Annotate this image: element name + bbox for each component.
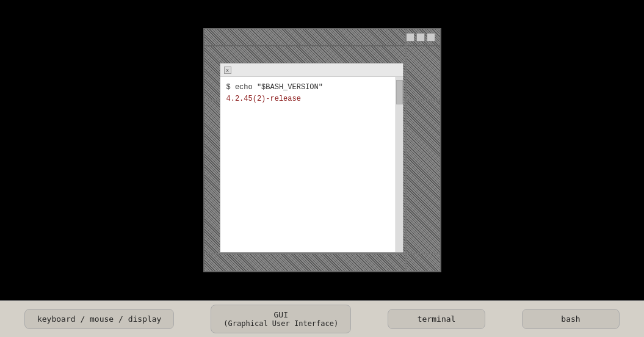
titlebar-btn-2[interactable]	[416, 33, 425, 42]
bottom-bar: keyboard / mouse / display GUI (Graphica…	[0, 300, 644, 337]
terminal-scrollbar[interactable]	[396, 77, 403, 252]
terminal-close-button[interactable]: x	[224, 67, 231, 74]
terminal-scrollbar-thumb[interactable]	[396, 80, 403, 104]
terminal-content: $ echo "$BASH_VERSION" 4.2.45(2)-release	[220, 77, 403, 252]
pill-bash: bash	[522, 309, 620, 329]
titlebar-btn-1[interactable]	[406, 33, 414, 42]
pill-keyboard-mouse-display: keyboard / mouse / display	[24, 309, 175, 329]
display-area: x $ echo "$BASH_VERSION" 4.2.45(2)-relea…	[0, 0, 644, 300]
window-frame: x $ echo "$BASH_VERSION" 4.2.45(2)-relea…	[203, 28, 441, 272]
pill-terminal: terminal	[388, 309, 485, 329]
titlebar-btn-3[interactable]	[427, 33, 435, 42]
terminal-topbar: x	[220, 63, 403, 77]
frame-line-v-1	[405, 29, 407, 271]
pill-gui: GUI (Graphical User Interface)	[211, 305, 351, 333]
terminal-window: x $ echo "$BASH_VERSION" 4.2.45(2)-relea…	[220, 63, 403, 253]
terminal-prompt-line: $ echo "$BASH_VERSION"	[226, 82, 397, 93]
terminal-output-line: 4.2.45(2)-release	[226, 93, 397, 105]
